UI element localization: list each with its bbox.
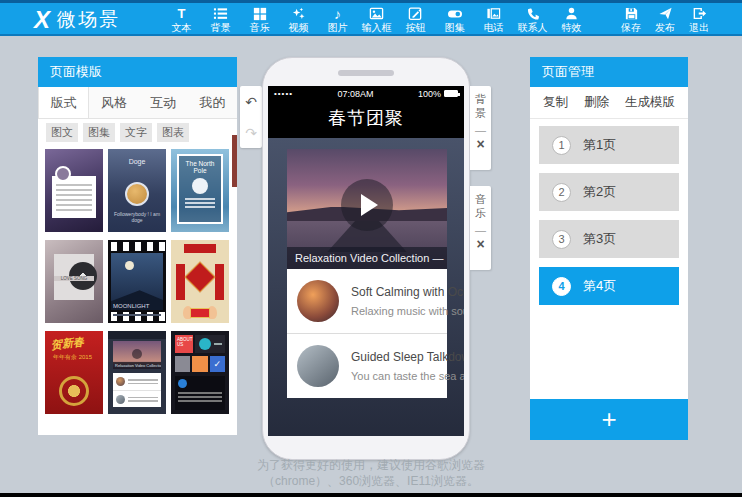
page-number-badge: 1 xyxy=(552,136,571,155)
template-thumb-video-collection[interactable]: Relaxation Video Collection — xyxy=(108,331,166,414)
battery-percent: 100% xyxy=(418,89,441,99)
toolbar-item-background[interactable]: 背景 xyxy=(201,3,240,36)
template-scrollbar[interactable] xyxy=(232,135,237,187)
page-item-3[interactable]: 3 第3页 xyxy=(539,220,679,258)
playlist-item[interactable]: Soft Calming with Ocean Relaxing music w… xyxy=(287,269,447,333)
template-thumb-newyear-beige[interactable] xyxy=(171,240,229,323)
page-label: 第1页 xyxy=(583,136,616,154)
hint-line-2: （chrome）、360浏览器、IE11浏览器。 xyxy=(0,473,742,489)
side-tab-music[interactable]: 音乐 — × xyxy=(470,186,491,270)
toolbar-item-label: 联系人 xyxy=(518,22,548,33)
template-panel: 页面模版 版式 风格 互动 我的 图文 图集 文字 图表 Doge Follow… xyxy=(38,57,237,435)
template-thumb-moonlight[interactable]: MOONLIGHT xyxy=(108,240,166,323)
template-thumb-newyear-red[interactable]: 贺新春 年年有余 2015 xyxy=(45,331,103,414)
delete-button[interactable]: 删除 xyxy=(584,94,609,111)
headphones-tile xyxy=(175,356,190,372)
playlist-card: Soft Calming with Ocean Relaxing music w… xyxy=(287,269,447,398)
minimize-icon[interactable]: — xyxy=(475,224,486,236)
playlist-item[interactable]: Guided Sleep Talkdown You can taste the … xyxy=(287,333,447,398)
template-thumb-doge[interactable]: Doge Followerybody ! I am doge xyxy=(108,149,166,232)
add-page-button[interactable]: + xyxy=(530,399,688,440)
page-management-panel: 页面管理 复制 删除 生成模版 1 第1页 2 第2页 3 第3页 4 第4页 xyxy=(530,57,688,440)
tab-layout[interactable]: 版式 xyxy=(38,87,89,118)
send-icon xyxy=(658,6,673,21)
wreath-icon xyxy=(59,376,89,406)
toolbar-item-image[interactable]: ♪ 图片 xyxy=(318,3,357,36)
filter-album[interactable]: 图集 xyxy=(83,123,115,142)
thumb-subtitle: 年年有余 2015 xyxy=(53,353,92,362)
logo-x-icon: X xyxy=(34,8,50,32)
toolbar-item-publish[interactable]: 发布 xyxy=(648,3,682,36)
globe-icon xyxy=(192,178,208,194)
undo-redo-box: ↶ ↷ xyxy=(240,86,262,148)
filter-text[interactable]: 文字 xyxy=(120,123,152,142)
toggle-icon xyxy=(447,6,463,21)
template-thumb-love-song[interactable]: LOVE SONG xyxy=(45,240,103,323)
music-note-icon: ♪ xyxy=(334,6,341,21)
toolbar-item-input[interactable]: 输入框 xyxy=(357,3,396,36)
page-item-2[interactable]: 2 第2页 xyxy=(539,173,679,211)
toolbar-item-telephone[interactable]: 电话 xyxy=(474,3,513,36)
minimize-icon[interactable]: — xyxy=(475,124,486,136)
close-icon[interactable]: × xyxy=(476,137,484,151)
page-item-4-active[interactable]: 4 第4页 xyxy=(539,267,679,305)
thumb-caption: Followerybody ! I am doge xyxy=(108,211,166,223)
copy-button[interactable]: 复制 xyxy=(543,94,568,111)
redo-icon[interactable]: ↷ xyxy=(240,117,262,148)
page-item-1[interactable]: 1 第1页 xyxy=(539,126,679,164)
toolbar-item-contacts[interactable]: 联系人 xyxy=(513,3,552,36)
thumb-title: MOONLIGHT xyxy=(113,303,149,309)
page-title[interactable]: 春节团聚 xyxy=(268,101,464,138)
toolbar-item-video[interactable]: 视频 xyxy=(279,3,318,36)
signal-dots-icon: ••••• xyxy=(274,89,293,98)
battery-icon xyxy=(444,90,458,97)
toolbar-item-label: 图集 xyxy=(445,22,465,33)
playlist-title: Guided Sleep Talkdown xyxy=(351,350,464,364)
undo-icon[interactable]: ↶ xyxy=(240,86,262,117)
check-tile: ✓ xyxy=(210,356,225,372)
toolbar-item-gallery[interactable]: 图集 xyxy=(435,3,474,36)
page-label: 第4页 xyxy=(583,277,616,295)
page-number-badge: 2 xyxy=(552,183,571,202)
play-button[interactable] xyxy=(341,179,393,231)
play-icon xyxy=(132,349,142,359)
bottom-black-bar xyxy=(0,493,742,497)
page-number-badge: 4 xyxy=(552,277,571,296)
toolbar-item-save[interactable]: 保存 xyxy=(614,3,648,36)
template-thumb-north-pole[interactable]: The North Pole xyxy=(171,149,229,232)
page-actions: 复制 删除 生成模版 xyxy=(530,87,688,119)
exit-icon xyxy=(692,6,707,21)
phone-icon xyxy=(526,6,540,21)
toolbar-item-label: 文本 xyxy=(172,22,192,33)
page-label: 第2页 xyxy=(583,183,616,201)
tab-mine[interactable]: 我的 xyxy=(188,87,237,118)
toolbar-item-text[interactable]: T 文本 xyxy=(162,3,201,36)
tab-style[interactable]: 风格 xyxy=(89,87,138,118)
toolbar-item-label: 音乐 xyxy=(250,22,270,33)
filter-image-text[interactable]: 图文 xyxy=(46,123,78,142)
generate-template-button[interactable]: 生成模版 xyxy=(625,94,675,111)
page-list: 1 第1页 2 第2页 3 第3页 4 第4页 xyxy=(530,119,688,321)
toolbar-item-music[interactable]: 音乐 xyxy=(240,3,279,36)
toolbar-item-label: 输入框 xyxy=(362,22,392,33)
video-block[interactable]: Relaxation Video Collection — xyxy=(287,149,447,269)
app-logo[interactable]: X 微场景 xyxy=(34,3,120,36)
moon-icon xyxy=(125,261,134,270)
toolbar-item-exit[interactable]: 退出 xyxy=(682,3,716,36)
template-thumb-profile[interactable] xyxy=(45,149,103,232)
editor-app: X 微场景 T 文本 背景 音乐 视频 ♪ 图片 xyxy=(0,0,742,497)
toolbar-item-button[interactable]: 按钮 xyxy=(396,3,435,36)
toolbar-item-label: 保存 xyxy=(621,22,641,33)
save-icon xyxy=(624,6,639,21)
thumb-title: 贺新春 xyxy=(50,334,84,352)
toolbar-item-effects[interactable]: 特效 xyxy=(552,3,591,36)
filter-chart[interactable]: 图表 xyxy=(157,123,189,142)
template-thumb-about-us[interactable]: ABOUT US ✓ xyxy=(171,331,229,414)
status-time: 07:08AM xyxy=(293,89,418,99)
tab-interaction[interactable]: 互动 xyxy=(139,87,188,118)
toolbar: X 微场景 T 文本 背景 音乐 视频 ♪ 图片 xyxy=(0,3,742,36)
phone-screen: ••••• 07:08AM 100% 春节团聚 Relaxation Video… xyxy=(268,86,464,436)
phone-speaker xyxy=(338,70,394,76)
close-icon[interactable]: × xyxy=(476,237,484,251)
side-tab-background[interactable]: 背景 — × xyxy=(470,86,491,170)
